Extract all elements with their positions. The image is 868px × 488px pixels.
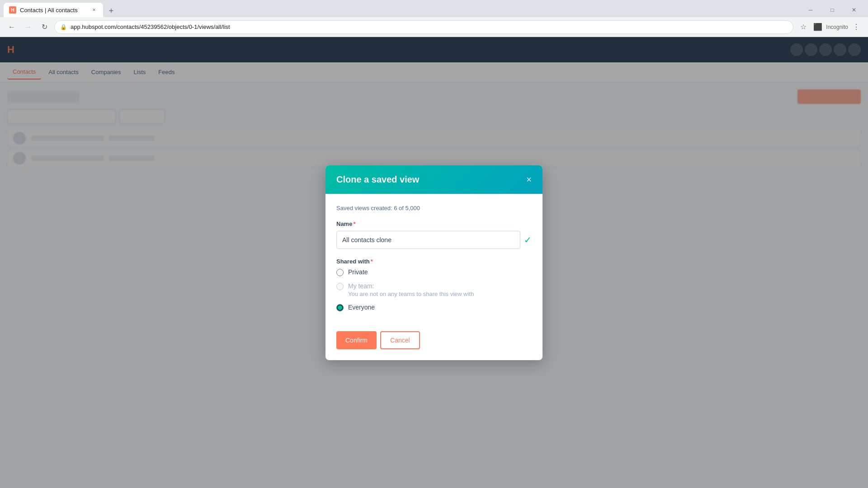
tab-close-button[interactable]: × [90,6,98,14]
name-input-wrapper: ✓ [336,231,532,249]
active-tab[interactable]: H Contacts | All contacts × [4,3,103,17]
radio-option-myteam[interactable]: My team: You are not on any teams to sha… [336,282,532,297]
window-controls: ─ □ ✕ [800,3,864,17]
radio-everyone-label: Everyone [348,304,375,311]
refresh-button[interactable]: ↻ [38,21,51,33]
url-display: app.hubspot.com/contacts/45239562/object… [71,23,230,30]
radio-private[interactable] [336,269,344,276]
modal-overlay: Clone a saved view × Saved views created… [0,37,868,488]
name-label: Name * [336,221,532,227]
radio-everyone[interactable] [336,304,344,311]
shared-with-label-text: Shared with [336,258,370,265]
shared-with-radio-group: Private My team: You are not on any team… [336,268,532,311]
modal-footer: Confirm Cancel [326,331,542,360]
radio-myteam-label: My team: [348,282,474,290]
browser-tab-bar: H Contacts | All contacts × + ─ □ ✕ [0,0,868,17]
close-button[interactable]: ✕ [844,3,864,17]
modal-title: Clone a saved view [336,174,419,185]
toolbar-right: ☆ ⬛ Incognito ⋮ [797,21,863,33]
incognito-label: Incognito [826,24,848,30]
tab-title: Contacts | All contacts [20,7,78,14]
cancel-button[interactable]: Cancel [380,331,420,349]
app-background: H Contacts All contacts Companies Lists … [0,37,868,488]
shared-with-label: Shared with * [336,258,532,265]
shared-with-required-star: * [371,258,373,265]
confirm-button[interactable]: Confirm [336,331,377,349]
minimize-button[interactable]: ─ [800,3,821,17]
radio-private-label-wrapper: Private [348,268,368,276]
maximize-button[interactable]: □ [822,3,843,17]
radio-everyone-label-wrapper: Everyone [348,304,375,311]
shared-with-field-group: Shared with * Private [336,258,532,311]
lock-icon: 🔒 [60,24,67,30]
address-bar[interactable]: 🔒 app.hubspot.com/contacts/45239562/obje… [54,20,793,34]
radio-private-label: Private [348,268,368,276]
clone-view-modal: Clone a saved view × Saved views created… [326,165,542,360]
name-required-star: * [353,221,355,227]
forward-button[interactable]: → [22,21,34,33]
extensions-button[interactable]: ⬛ [811,21,824,33]
name-field-group: Name * ✓ [336,221,532,249]
browser-frame: H Contacts | All contacts × + ─ □ ✕ ← → … [0,0,868,488]
radio-option-everyone[interactable]: Everyone [336,304,532,311]
more-button[interactable]: ⋮ [850,21,863,33]
new-tab-button[interactable]: + [105,5,118,17]
radio-myteam-label-wrapper: My team: You are not on any teams to sha… [348,282,474,297]
tab-favicon: H [9,6,16,14]
back-button[interactable]: ← [5,21,18,33]
bookmark-button[interactable]: ☆ [797,21,810,33]
modal-header: Clone a saved view × [326,165,542,194]
browser-toolbar: ← → ↻ 🔒 app.hubspot.com/contacts/4523956… [0,17,868,37]
name-label-text: Name [336,221,352,227]
radio-myteam[interactable] [336,283,344,290]
name-input[interactable] [336,231,520,249]
radio-myteam-sublabel: You are not on any teams to share this v… [348,291,474,297]
modal-body: Saved views created: 6 of 5,000 Name * ✓ [326,194,542,331]
incognito-badge: Incognito [826,24,848,30]
name-valid-icon: ✓ [524,235,532,245]
radio-option-private[interactable]: Private [336,268,532,276]
modal-close-button[interactable]: × [526,175,532,184]
saved-views-count: Saved views created: 6 of 5,000 [336,205,532,211]
